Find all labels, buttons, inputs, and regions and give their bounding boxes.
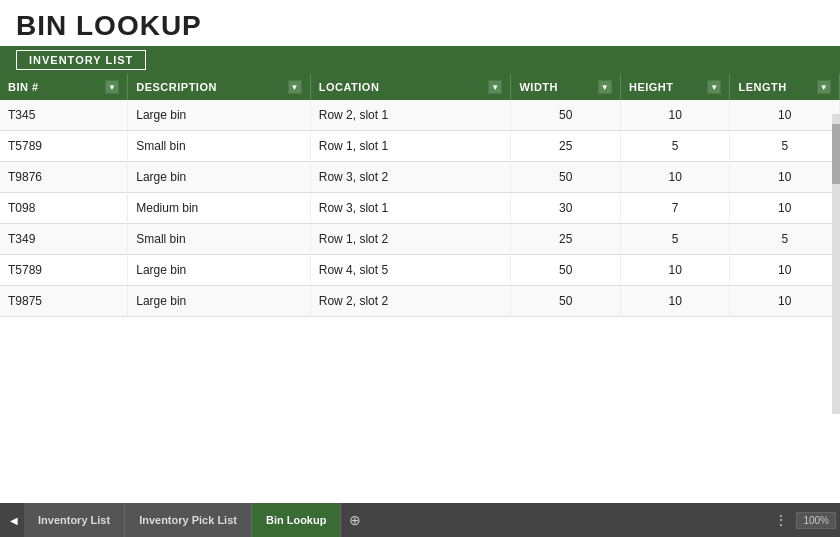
location-dropdown-icon[interactable]: ▼ — [488, 80, 502, 94]
table-area: BIN # ▼ DESCRIPTION ▼ LOCATION ▼ — [0, 74, 840, 503]
table-cell: 50 — [511, 162, 620, 193]
table-row[interactable]: T5789Large binRow 4, slot 5501010 — [0, 255, 840, 286]
more-options-icon[interactable]: ⋮ — [770, 512, 792, 528]
table-cell: T098 — [0, 193, 128, 224]
tab-inventory-list[interactable]: Inventory List — [24, 503, 125, 537]
table-cell: Medium bin — [128, 193, 311, 224]
table-cell: 10 — [730, 100, 840, 131]
table-cell: 10 — [730, 255, 840, 286]
sub-header: INVENTORY LIST — [0, 46, 840, 74]
table-cell: T345 — [0, 100, 128, 131]
width-dropdown-icon[interactable]: ▼ — [598, 80, 612, 94]
table-cell: Row 1, slot 1 — [310, 131, 511, 162]
table-cell: Row 4, slot 5 — [310, 255, 511, 286]
table-body: T345Large binRow 2, slot 1501010T5789Sma… — [0, 100, 840, 317]
col-header-height[interactable]: HEIGHT ▼ — [620, 74, 729, 100]
sub-header-label: INVENTORY LIST — [16, 50, 146, 70]
page-title: BIN LOOKUP — [16, 10, 202, 41]
table-cell: Row 1, slot 2 — [310, 224, 511, 255]
table-cell: Row 3, slot 1 — [310, 193, 511, 224]
table-cell: Large bin — [128, 162, 311, 193]
table-header-row: BIN # ▼ DESCRIPTION ▼ LOCATION ▼ — [0, 74, 840, 100]
table-cell: 7 — [620, 193, 729, 224]
zoom-level[interactable]: 100% — [796, 512, 836, 529]
table-cell: 10 — [620, 255, 729, 286]
table-cell: 25 — [511, 131, 620, 162]
table-cell: Small bin — [128, 224, 311, 255]
table-cell: 25 — [511, 224, 620, 255]
bin-dropdown-icon[interactable]: ▼ — [105, 80, 119, 94]
col-header-bin[interactable]: BIN # ▼ — [0, 74, 128, 100]
table-cell: T349 — [0, 224, 128, 255]
table-cell: 10 — [730, 286, 840, 317]
table-row[interactable]: T098Medium binRow 3, slot 130710 — [0, 193, 840, 224]
height-dropdown-icon[interactable]: ▼ — [707, 80, 721, 94]
table-cell: 10 — [730, 193, 840, 224]
table-cell: 5 — [730, 131, 840, 162]
table-cell: 10 — [620, 100, 729, 131]
tab-bin-lookup[interactable]: Bin Lookup — [252, 503, 342, 537]
bottom-tab-bar: ◀ Inventory List Inventory Pick List Bin… — [0, 503, 840, 537]
table-cell: 30 — [511, 193, 620, 224]
table-cell: T9875 — [0, 286, 128, 317]
table-cell: 50 — [511, 100, 620, 131]
table-cell: Large bin — [128, 100, 311, 131]
table-cell: Small bin — [128, 131, 311, 162]
bin-lookup-table: BIN # ▼ DESCRIPTION ▼ LOCATION ▼ — [0, 74, 840, 317]
table-cell: T5789 — [0, 131, 128, 162]
bottom-bar-right: ⋮ 100% — [770, 512, 836, 529]
col-header-description[interactable]: DESCRIPTION ▼ — [128, 74, 311, 100]
table-row[interactable]: T5789Small binRow 1, slot 12555 — [0, 131, 840, 162]
length-dropdown-icon[interactable]: ▼ — [817, 80, 831, 94]
left-arrow-icon[interactable]: ◀ — [4, 515, 24, 526]
description-dropdown-icon[interactable]: ▼ — [288, 80, 302, 94]
table-cell: Large bin — [128, 286, 311, 317]
table-cell: 50 — [511, 255, 620, 286]
col-header-length[interactable]: LENGTH ▼ — [730, 74, 840, 100]
table-cell: T9876 — [0, 162, 128, 193]
col-header-width[interactable]: WIDTH ▼ — [511, 74, 620, 100]
table-cell: Row 2, slot 1 — [310, 100, 511, 131]
table-cell: T5789 — [0, 255, 128, 286]
table-cell: 5 — [730, 224, 840, 255]
table-cell: Row 2, slot 2 — [310, 286, 511, 317]
page-header: BIN LOOKUP — [0, 0, 840, 46]
table-row[interactable]: T349Small binRow 1, slot 22555 — [0, 224, 840, 255]
table-cell: 50 — [511, 286, 620, 317]
add-sheet-icon[interactable]: ⊕ — [341, 512, 369, 528]
col-header-location[interactable]: LOCATION ▼ — [310, 74, 511, 100]
table-row[interactable]: T9875Large binRow 2, slot 2501010 — [0, 286, 840, 317]
scrollbar-thumb[interactable] — [832, 124, 840, 184]
table-cell: 5 — [620, 224, 729, 255]
scrollbar-track[interactable] — [832, 114, 840, 414]
table-cell: 10 — [620, 286, 729, 317]
tab-inventory-pick-list[interactable]: Inventory Pick List — [125, 503, 252, 537]
table-row[interactable]: T9876Large binRow 3, slot 2501010 — [0, 162, 840, 193]
table-row[interactable]: T345Large binRow 2, slot 1501010 — [0, 100, 840, 131]
table-cell: Large bin — [128, 255, 311, 286]
table-cell: 10 — [730, 162, 840, 193]
table-cell: Row 3, slot 2 — [310, 162, 511, 193]
table-cell: 10 — [620, 162, 729, 193]
table-cell: 5 — [620, 131, 729, 162]
